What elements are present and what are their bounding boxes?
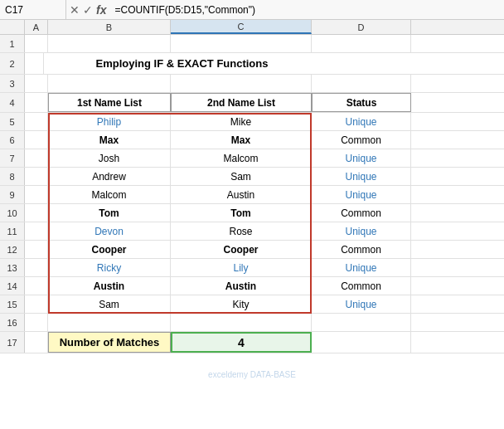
cell-d7[interactable]: Unique [312, 149, 411, 167]
cell-d1[interactable] [312, 35, 411, 52]
cell-d5[interactable]: Unique [312, 113, 411, 130]
table-row: 15 Sam Kity Unique [0, 295, 504, 314]
column-headers: A B C D [0, 20, 504, 35]
cell-d8[interactable]: Unique [312, 168, 411, 185]
cell-d14[interactable]: Common [312, 277, 411, 295]
row-num-15: 15 [0, 295, 25, 313]
row-16: 16 [0, 314, 504, 332]
row-4-headers: 4 1st Name List 2nd Name List Status [0, 93, 504, 113]
cell-d12[interactable]: Common [312, 241, 411, 258]
cell-b13[interactable]: Ricky [48, 259, 171, 276]
cell-a14[interactable] [25, 277, 48, 295]
formula-bar: C17 ✕ ✓ fx =COUNTIF(D5:D15,"Common") [0, 0, 504, 20]
matches-label-cell[interactable]: Number of Matches [48, 332, 171, 353]
row-17-matches: 17 Number of Matches 4 [0, 332, 504, 353]
cell-c10[interactable]: Tom [171, 204, 312, 222]
row-3: 3 [0, 75, 504, 93]
cell-c13[interactable]: Lily [171, 259, 312, 276]
cell-d17[interactable] [312, 332, 411, 353]
table-row: 6 Max Max Common [0, 131, 504, 149]
cell-c15[interactable]: Kity [171, 295, 312, 313]
cell-a13[interactable] [25, 259, 48, 276]
cell-a9[interactable] [25, 186, 48, 203]
cell-a10[interactable] [25, 204, 48, 222]
table-row: 8 Andrew Sam Unique [0, 168, 504, 186]
cell-d9[interactable]: Unique [312, 186, 411, 203]
confirm-icon[interactable]: ✓ [83, 3, 93, 17]
cell-b15[interactable]: Sam [48, 295, 171, 313]
row-num-header [0, 20, 25, 34]
row-num-9: 9 [0, 186, 25, 203]
cell-a4[interactable] [25, 93, 48, 112]
cell-b16[interactable] [48, 314, 171, 331]
row-num-6: 6 [0, 131, 25, 149]
cell-b5[interactable]: Philip [48, 113, 171, 130]
cell-c12[interactable]: Cooper [171, 241, 312, 258]
cell-c9[interactable]: Austin [171, 186, 312, 203]
cell-b6[interactable]: Max [48, 131, 171, 149]
cell-b7[interactable]: Josh [48, 149, 171, 167]
table-row: 11 Devon Rose Unique [0, 222, 504, 241]
cell-b12[interactable]: Cooper [48, 241, 171, 258]
cell-c5[interactable]: Mike [171, 113, 312, 130]
table-row: 13 Ricky Lily Unique [0, 259, 504, 277]
cell-d15[interactable]: Unique [312, 295, 411, 313]
cell-reference[interactable]: C17 [0, 0, 66, 19]
row-num-7: 7 [0, 149, 25, 167]
cell-c8[interactable]: Sam [171, 168, 312, 185]
cell-c3[interactable] [171, 75, 312, 92]
cell-b1[interactable] [48, 35, 171, 52]
cell-b14[interactable]: Austin [48, 277, 171, 295]
cell-c1[interactable] [171, 35, 312, 52]
cell-a1[interactable] [25, 35, 48, 52]
matches-value-cell[interactable]: 4 [171, 332, 312, 353]
cell-c16[interactable] [171, 314, 312, 331]
row-num-3: 3 [0, 75, 25, 92]
cell-c11[interactable]: Rose [171, 222, 312, 240]
col-header-b[interactable]: B [48, 20, 171, 34]
row-2-title: 2 Employing IF & EXACT Functions [0, 53, 504, 75]
header-col2: 2nd Name List [171, 93, 312, 112]
formula-content: =COUNTIF(D5:D15,"Common") [109, 4, 504, 16]
cell-a16[interactable] [25, 314, 48, 331]
fx-icon[interactable]: fx [96, 3, 106, 17]
row-num-5: 5 [0, 113, 25, 130]
cell-d3[interactable] [312, 75, 411, 92]
cell-d11[interactable]: Unique [312, 222, 411, 240]
row-num-8: 8 [0, 168, 25, 185]
cell-a6[interactable] [25, 131, 48, 149]
cell-a8[interactable] [25, 168, 48, 185]
cell-a11[interactable] [25, 222, 48, 240]
row-num-4: 4 [0, 93, 25, 112]
col-header-a[interactable]: A [25, 20, 48, 34]
cell-b8[interactable]: Andrew [48, 168, 171, 185]
cell-a2[interactable] [25, 53, 44, 74]
cell-c7[interactable]: Malcom [171, 149, 312, 167]
cancel-icon[interactable]: ✕ [70, 3, 80, 17]
cell-d13[interactable]: Unique [312, 259, 411, 276]
cell-b11[interactable]: Devon [48, 222, 171, 240]
formula-icons: ✕ ✓ fx [66, 3, 109, 17]
cell-b3[interactable] [48, 75, 171, 92]
col-header-c[interactable]: C [171, 20, 312, 34]
cell-a3[interactable] [25, 75, 48, 92]
row-num-17: 17 [0, 332, 25, 353]
row-num-10: 10 [0, 204, 25, 222]
cell-b9[interactable]: Malcom [48, 186, 171, 203]
row-num-12: 12 [0, 241, 25, 258]
table-row: 14 Austin Austin Common [0, 277, 504, 295]
cell-c14[interactable]: Austin [171, 277, 312, 295]
col-header-d[interactable]: D [312, 20, 411, 34]
cell-a17[interactable] [25, 332, 48, 353]
cell-a5[interactable] [25, 113, 48, 130]
cell-d6[interactable]: Common [312, 131, 411, 149]
cell-d16[interactable] [312, 314, 411, 331]
row-num-2: 2 [0, 53, 25, 74]
cell-b10[interactable]: Tom [48, 204, 171, 222]
cell-c6[interactable]: Max [171, 131, 312, 149]
cell-d10[interactable]: Common [312, 204, 411, 222]
cell-a12[interactable] [25, 241, 48, 258]
cell-a15[interactable] [25, 295, 48, 313]
cell-a7[interactable] [25, 149, 48, 167]
table-row: 10 Tom Tom Common [0, 204, 504, 222]
